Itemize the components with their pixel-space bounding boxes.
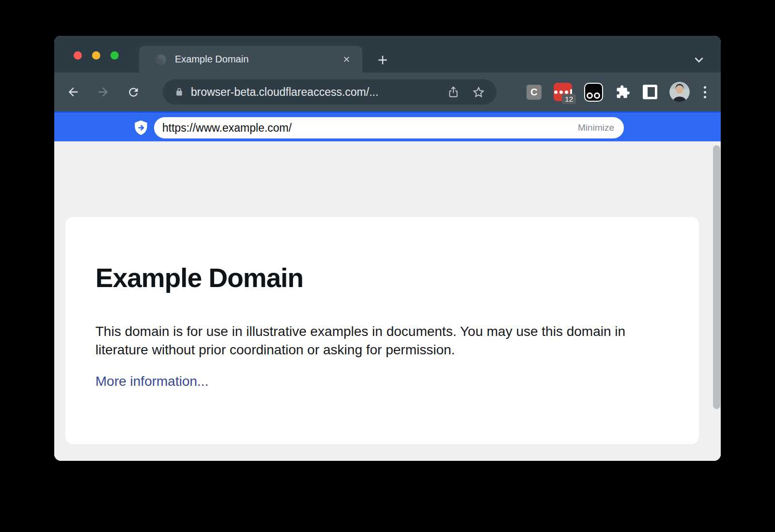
close-window-button[interactable]	[74, 51, 82, 60]
page-title: Example Domain	[95, 217, 669, 293]
zoom-window-button[interactable]	[110, 51, 119, 60]
more-information-link[interactable]: More information...	[95, 374, 208, 389]
address-bar[interactable]: browser-beta.cloudflareaccess.com/...	[163, 79, 496, 105]
tab-strip: Example Domain	[54, 36, 721, 73]
arrow-right-icon	[96, 85, 110, 99]
isolation-shield-icon	[134, 120, 148, 136]
lock-icon[interactable]	[174, 87, 184, 97]
browser-tab[interactable]: Example Domain	[139, 46, 362, 73]
remote-url-input[interactable]	[162, 122, 578, 135]
puzzle-icon	[616, 85, 630, 99]
arrow-left-icon	[66, 85, 80, 99]
globe-icon	[155, 53, 167, 66]
vertical-scrollbar[interactable]	[713, 145, 720, 409]
goggles-extension-icon[interactable]	[584, 83, 603, 102]
url-text: browser-beta.cloudflareaccess.com/...	[191, 86, 434, 99]
page-viewport: Example Domain This domain is for use in…	[54, 141, 721, 461]
profile-avatar[interactable]	[669, 82, 690, 102]
example-domain-card: Example Domain This domain is for use in…	[65, 217, 699, 444]
browser-menu-button[interactable]	[702, 85, 708, 99]
back-button[interactable]	[66, 85, 80, 99]
chevron-down-icon	[693, 53, 705, 66]
plus-icon	[376, 54, 389, 66]
extensions-menu-button[interactable]	[615, 84, 631, 100]
reload-button[interactable]	[126, 85, 140, 99]
new-tab-button[interactable]	[375, 52, 390, 68]
tab-title: Example Domain	[175, 54, 340, 65]
kebab-menu-icon	[704, 86, 706, 89]
share-icon[interactable]	[447, 86, 460, 98]
close-tab-icon[interactable]	[340, 53, 353, 66]
minimize-banner-button[interactable]: Minimize	[578, 122, 614, 133]
remote-url-bar: Minimize	[154, 117, 624, 138]
reload-icon	[127, 86, 140, 99]
toolbar: browser-beta.cloudflareaccess.com/... C	[54, 73, 721, 111]
extensions-cluster: C 12	[527, 82, 708, 102]
password-manager-extension-icon[interactable]: 12	[554, 83, 572, 101]
bookmark-star-icon[interactable]	[472, 86, 485, 98]
traffic-lights	[74, 51, 119, 60]
side-panel-button[interactable]	[643, 85, 657, 99]
isolation-banner: Minimize	[54, 111, 721, 141]
extension-c-icon[interactable]: C	[527, 85, 542, 100]
minimize-window-button[interactable]	[92, 51, 100, 60]
extension-badge: 12	[562, 94, 576, 104]
browser-window: Example Domain	[54, 36, 721, 461]
page-body-text: This domain is for use in illustrative e…	[95, 322, 662, 359]
tab-search-button[interactable]	[693, 53, 705, 66]
forward-button[interactable]	[96, 85, 110, 99]
